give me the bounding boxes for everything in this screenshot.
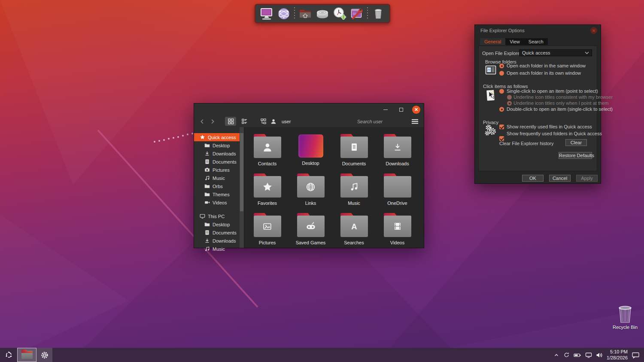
sidebar-item-pc-desktop[interactable]: Desktop (194, 220, 240, 228)
sidebar-item-this-pc[interactable]: This PC (194, 212, 240, 220)
sidebar-item-documents[interactable]: Documents (194, 158, 240, 166)
folder-tile-searches[interactable]: A Searches (332, 213, 376, 252)
tray-network-icon[interactable] (585, 352, 592, 358)
sidebar-item-videos[interactable]: Videos (194, 198, 240, 207)
person-icon (262, 142, 273, 153)
folder-tile-videos[interactable]: Videos (376, 213, 419, 252)
document-icon (349, 142, 359, 152)
taskbar-settings-button[interactable] (36, 348, 52, 362)
mouse-cursor (489, 91, 494, 99)
restore-defaults-button[interactable]: Restore Defaults (559, 152, 592, 159)
sidebar-item-downloads[interactable]: Downloads (194, 149, 240, 158)
folder-tile-downloads[interactable]: Downloads (376, 134, 419, 173)
recycle-bin-label: Recycle Bin (612, 325, 638, 330)
image-icon (262, 221, 273, 232)
dialog-title: File Explorer Options (480, 28, 525, 33)
dock-separator (367, 7, 368, 20)
back-button[interactable] (198, 118, 206, 125)
recycle-bin[interactable]: Recycle Bin (612, 304, 638, 330)
sidebar-item-desktop[interactable]: Desktop (194, 141, 240, 149)
close-button[interactable]: ✕ (412, 106, 420, 114)
checkbox-recent-files[interactable] (499, 125, 504, 129)
radio-underline-point-label: Underline icon titles only when I point … (513, 100, 608, 106)
maximize-button[interactable] (394, 105, 408, 114)
scrollbar-thumb[interactable] (240, 133, 243, 211)
privacy-gears-icon (484, 124, 497, 137)
ok-button[interactable]: OK (522, 175, 544, 182)
sidebar-item-pictures[interactable]: Pictures (194, 166, 240, 174)
clock-new-icon[interactable] (333, 6, 346, 21)
taskbar-clock[interactable]: 5:10 PM 1/28/2026 (607, 349, 628, 361)
tree-view-icon[interactable] (259, 118, 267, 125)
folder-tile-documents[interactable]: Documents (332, 134, 376, 173)
sidebar-item-pc-documents[interactable]: Documents (194, 228, 240, 237)
music-note-icon (349, 182, 359, 192)
cancel-button[interactable]: Cancel (549, 175, 571, 182)
checkbox-frequent-folders[interactable] (499, 136, 504, 141)
tray-sync-icon[interactable] (563, 352, 570, 358)
folder-tile-desktop[interactable]: Desktop (289, 134, 332, 173)
sidebar-item-pc-music[interactable]: Music (194, 245, 240, 253)
action-center-icon[interactable] (632, 352, 640, 359)
clock-date: 1/28/2026 (607, 355, 628, 361)
sidebar-item-quick-access[interactable]: Quick access (194, 133, 240, 141)
computer-icon[interactable] (260, 6, 273, 21)
start-button[interactable] (0, 348, 17, 362)
open-to-dropdown[interactable]: Quick access (519, 49, 592, 56)
system-tools-icon[interactable] (350, 6, 364, 21)
download-icon (392, 142, 403, 152)
file-explorer-window: ✕ (194, 103, 424, 248)
search-input[interactable]: Search user (357, 119, 383, 124)
dialog-close-icon[interactable]: ✕ (590, 27, 597, 34)
folder-tile-links[interactable]: Links (289, 173, 332, 213)
taskbar: 5:10 PM 1/28/2026 (0, 348, 644, 362)
folder-tile-onedrive[interactable]: OneDrive (376, 173, 419, 213)
trash-icon[interactable] (371, 6, 385, 21)
breadcrumb[interactable]: user (282, 119, 291, 124)
folder-tile-saved-games[interactable]: Saved Games (289, 213, 332, 252)
minimize-button[interactable] (379, 105, 392, 114)
sidebar-item-pc-downloads[interactable]: Downloads (194, 237, 240, 245)
taskbar-file-explorer-button[interactable] (17, 348, 36, 362)
sidebar-item-themes[interactable]: Themes (194, 190, 240, 198)
folder-icon (21, 351, 33, 359)
sidebar-item-music[interactable]: Music (194, 174, 240, 182)
explorer-titlebar: ✕ (194, 103, 424, 116)
tray-chevron-up-icon[interactable] (553, 352, 559, 358)
folder-tile-favorites[interactable]: Favorites (246, 173, 289, 213)
forward-button[interactable] (209, 118, 216, 125)
user-folder-icon[interactable] (270, 118, 277, 125)
clear-button[interactable]: Clear (565, 139, 587, 146)
folder-tile-music[interactable]: Music (332, 173, 376, 213)
grid-view-button[interactable] (225, 117, 236, 126)
list-view-button[interactable] (239, 117, 250, 126)
tab-search[interactable]: Search (524, 38, 548, 45)
sidebar-item-orbs[interactable]: Orbs (194, 182, 240, 190)
radio-double-click[interactable] (499, 107, 504, 112)
explorer-sidebar: Quick access Desktop Downloads Documents… (194, 127, 240, 248)
home-folder-icon[interactable] (298, 6, 312, 21)
radio-own-window-label: Open each folder in its own window (507, 70, 581, 76)
recycle-bin-icon (617, 304, 633, 324)
tab-general[interactable]: General (480, 38, 505, 45)
radio-own-window[interactable] (499, 71, 504, 76)
globe-icon (305, 182, 316, 192)
folder-tile-pictures[interactable]: Pictures (246, 213, 289, 252)
tray-battery-icon[interactable] (574, 352, 581, 358)
gear-icon (41, 351, 49, 359)
web-browser-icon[interactable] (277, 6, 291, 21)
hard-disk-icon[interactable] (316, 6, 329, 21)
radio-single-click-label: Single-click to open an item (point to s… (507, 88, 598, 94)
tray-volume-icon[interactable] (596, 352, 603, 358)
film-icon (392, 221, 403, 231)
checkbox-recent-files-label: Show recently used files in Quick access (507, 124, 592, 129)
radio-single-click[interactable] (499, 89, 504, 94)
tab-view[interactable]: View (505, 38, 524, 45)
folder-tile-contacts[interactable]: Contacts (246, 134, 289, 173)
sidebar-scrollbar[interactable] (240, 127, 244, 248)
radio-underline-browser-label: Underline icon titles consistent with my… (513, 94, 613, 100)
file-explorer-options-dialog: File Explorer Options ✕ General View Sea… (474, 24, 601, 184)
radio-same-window[interactable] (499, 64, 504, 68)
top-dock (255, 4, 390, 23)
menu-icon[interactable] (411, 118, 419, 125)
